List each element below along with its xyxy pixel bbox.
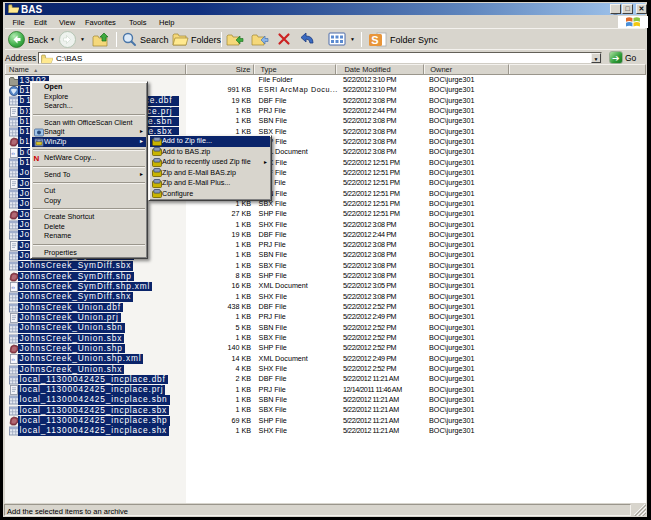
svg-text:‹›: ‹›: [11, 284, 15, 290]
svg-text:‹›: ‹›: [11, 356, 15, 362]
svg-text:‹›: ‹›: [11, 150, 15, 156]
